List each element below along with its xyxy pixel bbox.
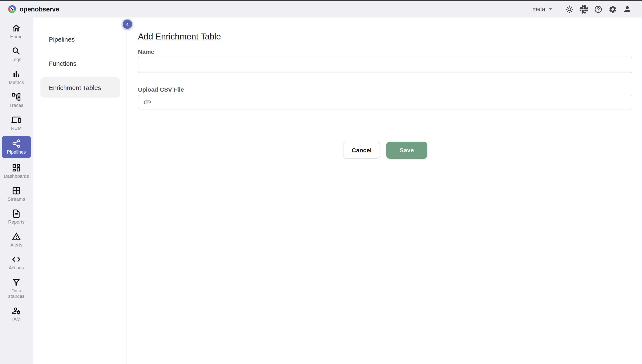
sidebar-item-alerts[interactable]: Alerts bbox=[2, 230, 31, 250]
header-actions: _meta bbox=[529, 4, 634, 15]
sidebar-item-label: IAM bbox=[12, 316, 20, 322]
name-input[interactable] bbox=[138, 57, 632, 73]
brand-logo: openobserve bbox=[8, 5, 59, 14]
settings-icon[interactable] bbox=[605, 4, 620, 15]
body-row: Home Logs Metrics Traces RUM bbox=[0, 18, 642, 364]
name-label: Name bbox=[138, 48, 632, 55]
page-title: Add Enrichment Table bbox=[138, 31, 632, 42]
submenu-item-functions[interactable]: Functions bbox=[40, 53, 120, 74]
sidebar-item-pipelines[interactable]: Pipelines bbox=[2, 136, 31, 158]
document-icon bbox=[12, 209, 21, 218]
help-icon[interactable] bbox=[591, 4, 605, 15]
manage-accounts-icon bbox=[12, 306, 21, 316]
sidebar-item-iam[interactable]: IAM bbox=[2, 304, 31, 324]
sidebar-item-label: Streams bbox=[8, 196, 25, 202]
title-divider bbox=[138, 43, 632, 43]
sidebar-item-rum[interactable]: RUM bbox=[2, 113, 31, 133]
slack-icon[interactable] bbox=[577, 4, 591, 15]
sidebar-item-data-sources[interactable]: Data sources bbox=[2, 275, 31, 301]
submenu-item-label: Enrichment Tables bbox=[49, 84, 101, 91]
submenu-item-label: Functions bbox=[49, 60, 76, 67]
tree-icon bbox=[12, 92, 21, 102]
sidebar-item-label: Reports bbox=[8, 219, 25, 225]
sidebar-item-dashboards[interactable]: Dashboards bbox=[2, 161, 31, 181]
app-header: openobserve _meta bbox=[0, 1, 642, 18]
sidebar-item-logs[interactable]: Logs bbox=[2, 44, 31, 64]
sidebar-item-label: Home bbox=[10, 34, 23, 40]
sidebar-item-metrics[interactable]: Metrics bbox=[2, 67, 31, 88]
sidebar-item-label: RUM bbox=[11, 126, 22, 131]
home-icon bbox=[12, 23, 21, 33]
code-icon bbox=[12, 254, 21, 264]
cancel-button[interactable]: Cancel bbox=[343, 142, 380, 159]
sidebar-item-label: Alerts bbox=[11, 242, 22, 248]
grid-icon bbox=[12, 186, 21, 196]
main-content: Add Enrichment Table Name Upload CSV Fil… bbox=[127, 18, 642, 364]
sidebar-item-reports[interactable]: Reports bbox=[2, 206, 31, 227]
share-icon bbox=[12, 139, 21, 148]
openobserve-logo-icon bbox=[8, 5, 17, 14]
warning-icon bbox=[12, 232, 21, 242]
form-actions: Cancel Save bbox=[138, 142, 632, 159]
sidebar-item-label: Dashboards bbox=[4, 174, 29, 179]
collapse-sidebar-button[interactable] bbox=[122, 19, 133, 30]
chevron-left-icon bbox=[124, 21, 130, 27]
chevron-down-icon bbox=[548, 8, 553, 10]
sidebar-item-label: Metrics bbox=[9, 80, 24, 85]
paperclip-icon bbox=[143, 98, 152, 106]
search-icon bbox=[12, 46, 21, 56]
bar-chart-icon bbox=[12, 69, 21, 79]
submenu-item-pipelines[interactable]: Pipelines bbox=[40, 29, 120, 49]
upload-field-group: Upload CSV File bbox=[138, 86, 632, 110]
sidebar-item-label: Actions bbox=[9, 265, 24, 271]
csv-file-input[interactable] bbox=[138, 94, 632, 110]
light-mode-icon[interactable] bbox=[562, 4, 577, 15]
sidebar-item-label: Traces bbox=[9, 103, 23, 108]
sidebar-item-traces[interactable]: Traces bbox=[2, 90, 31, 110]
sidebar-item-home[interactable]: Home bbox=[2, 21, 31, 42]
upload-csv-label: Upload CSV File bbox=[138, 86, 632, 93]
sidebar-item-label: Pipelines bbox=[7, 149, 26, 155]
submenu-item-enrichment-tables[interactable]: Enrichment Tables bbox=[40, 77, 120, 98]
name-field-group: Name bbox=[138, 48, 632, 73]
sidebar-item-actions[interactable]: Actions bbox=[2, 252, 31, 273]
sidebar-item-streams[interactable]: Streams bbox=[2, 184, 31, 204]
organization-value: _meta bbox=[529, 6, 545, 12]
main-sidebar: Home Logs Metrics Traces RUM bbox=[0, 18, 33, 364]
organization-selector[interactable]: _meta bbox=[529, 6, 553, 12]
submenu-item-label: Pipelines bbox=[49, 36, 75, 43]
filter-icon bbox=[12, 278, 21, 287]
dashboard-icon bbox=[12, 163, 21, 173]
profile-icon[interactable] bbox=[620, 4, 634, 15]
app-window: openobserve _meta bbox=[0, 0, 642, 364]
save-button[interactable]: Save bbox=[387, 142, 427, 159]
sidebar-item-label: Logs bbox=[11, 57, 22, 62]
brand-name: openobserve bbox=[20, 5, 59, 13]
devices-icon bbox=[12, 115, 21, 125]
sidebar-item-label: Data sources bbox=[6, 288, 27, 299]
pipelines-submenu: Pipelines Functions Enrichment Tables bbox=[33, 18, 127, 364]
